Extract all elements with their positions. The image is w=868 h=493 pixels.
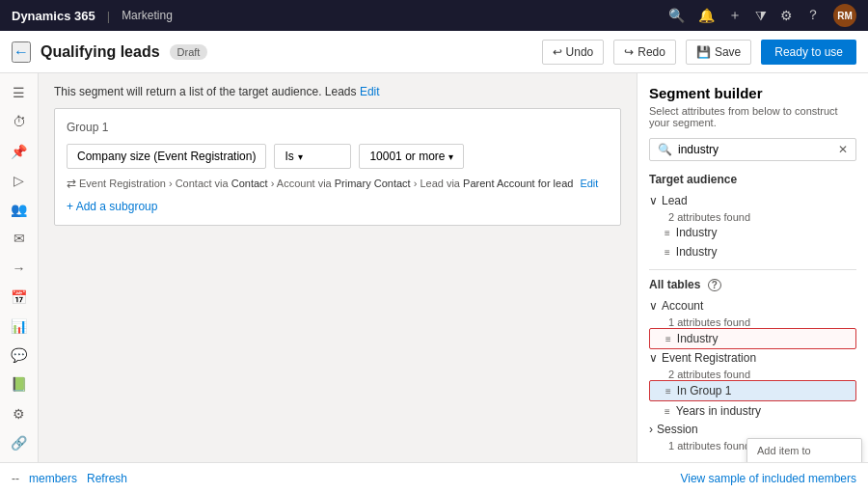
draft-badge: Draft: [170, 44, 208, 60]
sidebar-people-icon[interactable]: 🔗: [4, 431, 35, 454]
avatar[interactable]: RM: [833, 4, 856, 27]
sidebar-segment-icon[interactable]: ▷: [4, 169, 35, 192]
panel-description: Select attributes from below to construc…: [649, 105, 856, 128]
back-button[interactable]: ←: [12, 41, 31, 63]
attr-icon-account: ≡: [665, 334, 671, 344]
path-text: Event Registration › Contact via Contact…: [79, 178, 573, 189]
app-name: Dynamics 365: [12, 9, 95, 23]
group-box: Group 1 Company size (Event Registration…: [54, 108, 621, 226]
search-icon[interactable]: 🔍: [668, 8, 685, 23]
search-icon: 🔍: [658, 143, 672, 156]
condition-field[interactable]: Company size (Event Registration): [67, 144, 266, 169]
condition-value[interactable]: 10001 or more: [359, 144, 464, 169]
context-menu: Add item to Existing group › New subgrou…: [746, 438, 862, 462]
attr-icon-2: ≡: [665, 247, 670, 258]
app-module: Marketing: [122, 9, 173, 22]
top-nav-icons: 🔍 🔔 ＋ ⧩ ⚙ ？ RM: [668, 4, 856, 27]
page-title: Qualifying leads: [41, 43, 160, 61]
save-icon: 💾: [696, 45, 711, 59]
segment-info-text: This segment will return a list of the t…: [54, 85, 321, 98]
section-divider-1: [649, 269, 856, 270]
account-count: 1 attributes found: [653, 316, 856, 328]
sidebar-chat-icon[interactable]: 💬: [4, 343, 35, 367]
sidebar-recent-icon[interactable]: 📌: [4, 139, 35, 162]
all-tables-info-icon: ?: [708, 279, 721, 291]
existing-group-menu-item[interactable]: Existing group ›: [747, 459, 861, 462]
session-expand-icon: ›: [649, 423, 653, 436]
event-reg-in-group-item[interactable]: ≡ In Group 1: [649, 380, 856, 401]
sidebar-chart-icon[interactable]: 📊: [4, 315, 35, 338]
members-label[interactable]: members: [29, 472, 77, 485]
account-collapse-icon: ∨: [649, 299, 658, 313]
lead-label: Lead: [662, 194, 688, 207]
top-nav: Dynamics 365 | Marketing 🔍 🔔 ＋ ⧩ ⚙ ？ RM: [0, 0, 868, 31]
right-panel: Segment builder Select attributes from b…: [637, 73, 868, 462]
event-reg-collapse-icon: ∨: [649, 351, 658, 365]
account-category-header[interactable]: ∨ Account: [649, 297, 856, 315]
search-input[interactable]: [678, 143, 838, 156]
attr-icon-1: ≡: [665, 228, 670, 238]
undo-button[interactable]: ↩ Undo: [542, 40, 605, 65]
path-edit-link[interactable]: Edit: [580, 178, 598, 189]
sidebar-book-icon[interactable]: 📗: [4, 372, 35, 396]
panel-title: Segment builder: [649, 85, 856, 101]
sidebar-contacts-icon[interactable]: 👥: [4, 198, 35, 221]
save-button[interactable]: 💾 Save: [686, 40, 751, 65]
settings-icon[interactable]: ⚙: [780, 8, 793, 23]
add-subgroup-button[interactable]: + Add a subgroup: [67, 200, 609, 213]
segment-edit-link[interactable]: Edit: [360, 85, 380, 98]
account-label: Account: [662, 299, 703, 313]
help-icon[interactable]: ？: [806, 7, 820, 24]
redo-icon: ↪: [624, 45, 634, 59]
session-category-header[interactable]: › Session: [649, 421, 856, 438]
condition-row: Company size (Event Registration) Is 100…: [67, 144, 609, 169]
second-toolbar: ← Qualifying leads Draft ↩ Undo ↪ Redo 💾…: [0, 31, 868, 73]
account-industry-item[interactable]: ≡ Industry: [649, 328, 856, 349]
operator-chevron: [298, 150, 303, 163]
lead-industry-item-1[interactable]: ≡ Industry: [649, 223, 856, 242]
left-sidebar: ☰ ⏱ 📌 ▷ 👥 ✉ → 📅 📊 💬 📗 ⚙ 🔗: [0, 73, 39, 462]
nav-divider: |: [107, 9, 110, 23]
sidebar-email-icon[interactable]: ✉: [4, 227, 35, 250]
content-area: This segment will return a list of the t…: [39, 73, 637, 462]
ready-to-use-button[interactable]: Ready to use: [761, 40, 856, 65]
bottom-bar: -- members Refresh View sample of includ…: [0, 462, 868, 493]
redo-button[interactable]: ↪ Redo: [613, 40, 676, 65]
attr-icon-years: ≡: [665, 406, 670, 417]
segment-entity: Leads: [325, 85, 357, 98]
condition-operator[interactable]: Is: [274, 144, 351, 169]
sidebar-menu-icon[interactable]: ☰: [4, 81, 35, 104]
event-reg-category-header[interactable]: ∨ Event Registration: [649, 349, 856, 367]
sidebar-settings2-icon[interactable]: ⚙: [4, 402, 35, 425]
lead-count: 2 attributes found: [653, 211, 856, 223]
segment-info: This segment will return a list of the t…: [54, 85, 621, 98]
lead-collapse-icon: ∨: [649, 194, 658, 207]
path-icon: ⇄: [67, 177, 76, 190]
search-box: 🔍 ✕: [649, 138, 856, 161]
plus-icon[interactable]: ＋: [728, 7, 742, 24]
undo-icon: ↩: [553, 45, 562, 59]
search-clear-button[interactable]: ✕: [838, 143, 848, 156]
context-menu-title: Add item to: [747, 439, 861, 459]
refresh-link[interactable]: Refresh: [87, 472, 127, 485]
event-reg-label: Event Registration: [662, 351, 756, 365]
value-chevron: [448, 150, 453, 163]
all-tables-label: All tables ?: [649, 278, 856, 291]
sidebar-arrow-icon[interactable]: →: [4, 256, 35, 279]
filter-icon[interactable]: ⧩: [755, 8, 767, 24]
session-label: Session: [657, 423, 698, 436]
sidebar-calendar-icon[interactable]: 📅: [4, 286, 35, 309]
path-row: ⇄ Event Registration › Contact via Conta…: [67, 177, 609, 190]
lead-category-header[interactable]: ∨ Lead: [649, 192, 856, 209]
members-prefix: --: [12, 472, 19, 485]
event-reg-count: 2 attributes found: [653, 369, 856, 380]
bell-icon[interactable]: 🔔: [698, 8, 715, 23]
view-sample-link[interactable]: View sample of included members: [680, 472, 856, 485]
group-label: Group 1: [67, 121, 609, 134]
sidebar-home-icon[interactable]: ⏱: [4, 110, 35, 133]
top-nav-left: Dynamics 365 | Marketing: [12, 9, 173, 23]
target-audience-label: Target audience: [649, 173, 856, 186]
attr-icon-ingroup: ≡: [665, 386, 671, 397]
lead-industry-item-2[interactable]: ≡ Industry: [649, 242, 856, 261]
event-reg-years-item[interactable]: ≡ Years in industry: [649, 401, 856, 421]
